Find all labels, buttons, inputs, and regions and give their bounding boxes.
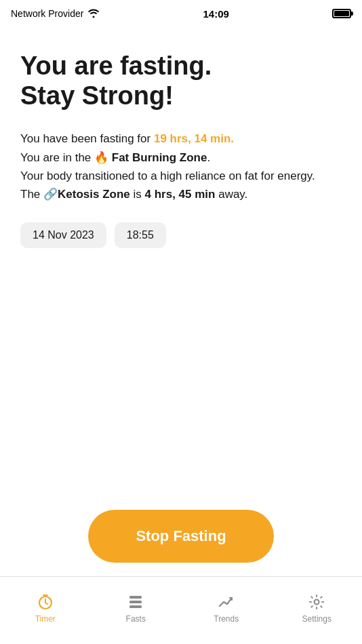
battery-indicator <box>332 9 351 18</box>
zone-suffix: . <box>207 151 210 164</box>
battery-icon <box>332 9 351 18</box>
headline-line1: You are fasting. <box>20 52 212 80</box>
zone-name: Fat Burning Zone <box>112 151 207 164</box>
svg-rect-3 <box>129 605 142 608</box>
headline-line2: Stay Strong! <box>20 81 174 110</box>
fasts-tab-label: Fasts <box>126 614 146 624</box>
start-date-badge[interactable]: 14 Nov 2023 <box>20 222 106 248</box>
tab-settings[interactable]: Settings <box>272 592 363 624</box>
zone-prefix: You are in the <box>20 151 94 164</box>
stop-fasting-button[interactable]: Stop Fasting <box>88 510 273 563</box>
fasting-duration-prefix: You have been fasting for <box>20 132 154 145</box>
next-zone-suffix: away. <box>215 188 247 201</box>
wifi-icon <box>87 8 100 20</box>
start-time-badge[interactable]: 18:55 <box>115 222 166 248</box>
settings-tab-label: Settings <box>302 614 331 624</box>
tab-timer[interactable]: Timer <box>0 592 91 624</box>
next-zone-name: Ketosis Zone <box>58 188 130 201</box>
date-time-row: 14 Nov 2023 18:55 <box>20 222 342 248</box>
zone-emoji: 🔥 <box>94 151 112 164</box>
settings-icon <box>307 592 326 611</box>
svg-point-4 <box>315 599 319 604</box>
next-zone-time: 4 hrs, 45 min <box>145 188 216 201</box>
carrier-wifi: Network Provider <box>11 8 100 20</box>
time-display: 14:09 <box>203 8 229 20</box>
fasting-duration: 19 hrs, 14 min. <box>154 132 234 145</box>
fasts-icon <box>126 592 145 611</box>
status-bar: Network Provider 14:09 <box>0 0 362 24</box>
timer-tab-label: Timer <box>35 614 56 624</box>
info-text: You have been fasting for 19 hrs, 14 min… <box>20 129 342 203</box>
next-zone-middle: is <box>130 188 145 201</box>
headline: You are fasting. Stay Strong! <box>20 52 342 110</box>
trends-tab-label: Trends <box>214 614 239 624</box>
trends-icon <box>217 592 236 611</box>
button-container: Stop Fasting <box>0 510 362 563</box>
tab-trends[interactable]: Trends <box>181 592 272 624</box>
next-zone-prefix: The <box>20 188 43 201</box>
svg-rect-1 <box>129 596 142 599</box>
tab-bar: Timer Fasts Trends Sett <box>0 576 362 644</box>
body-text: Your body transitioned to a high relianc… <box>20 169 315 182</box>
timer-icon <box>36 592 55 611</box>
carrier-label: Network Provider <box>11 8 83 19</box>
next-zone-emoji: 🔗 <box>43 188 58 201</box>
svg-rect-2 <box>129 601 142 603</box>
tab-fasts[interactable]: Fasts <box>91 592 182 624</box>
main-content: You are fasting. Stay Strong! You have b… <box>0 24 362 275</box>
